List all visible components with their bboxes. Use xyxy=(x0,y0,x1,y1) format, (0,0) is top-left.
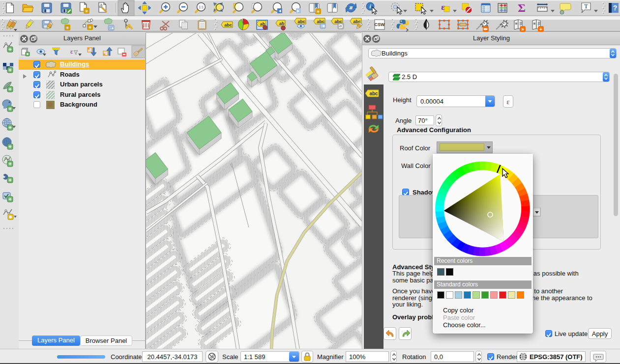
svg-text:CSW: CSW xyxy=(375,22,385,27)
svg-text:✳: ✳ xyxy=(88,25,92,30)
svg-text:abc: abc xyxy=(297,19,305,24)
svg-text:Σ: Σ xyxy=(518,1,526,14)
svg-text:✳: ✳ xyxy=(316,9,320,14)
svg-text:✏: ✏ xyxy=(484,27,488,32)
svg-text:1:1: 1:1 xyxy=(199,5,204,9)
svg-text:ε: ε xyxy=(70,48,73,55)
svg-text:T: T xyxy=(584,2,588,10)
svg-text:✳: ✳ xyxy=(85,9,89,14)
svg-text:»: » xyxy=(521,27,524,32)
svg-text:✱: ✱ xyxy=(9,215,13,220)
svg-text:+: + xyxy=(539,27,542,32)
svg-text:?: ? xyxy=(613,4,618,12)
svg-text:abc: abc xyxy=(369,91,378,96)
svg-text:abc: abc xyxy=(224,23,232,28)
svg-text:✳: ✳ xyxy=(65,26,69,30)
svg-text:ε: ε xyxy=(441,2,444,12)
svg-text:ab: ab xyxy=(279,21,285,26)
svg-text:abc: abc xyxy=(317,19,325,24)
